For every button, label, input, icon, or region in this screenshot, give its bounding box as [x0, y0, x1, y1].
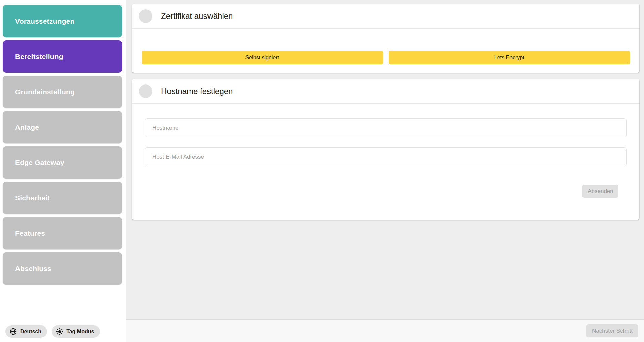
wizard-content: Zertifikat auswählen Selbst signiert Let… — [126, 0, 644, 220]
sidebar-item-label: Grundeinstellung — [15, 88, 75, 96]
lets-encrypt-button[interactable]: Lets Encrypt — [389, 51, 630, 64]
sidebar-item-label: Voraussetzungen — [15, 17, 74, 25]
sidebar-item-label: Edge Gateway — [15, 159, 64, 167]
sidebar-item-edge-gateway[interactable]: Edge Gateway — [3, 146, 122, 179]
sidebar-item-abschluss[interactable]: Abschluss — [3, 252, 122, 285]
language-button[interactable]: Deutsch — [5, 325, 47, 338]
certificate-card: Zertifikat auswählen Selbst signiert Let… — [132, 4, 639, 73]
language-button-label: Deutsch — [20, 329, 41, 335]
sidebar-item-sicherheit[interactable]: Sicherheit — [3, 182, 122, 214]
sidebar-item-label: Sicherheit — [15, 194, 50, 202]
next-step-button[interactable]: Nächster Schritt — [586, 324, 638, 337]
sidebar-item-voraussetzungen[interactable]: Voraussetzungen — [3, 5, 122, 37]
sidebar-item-anlage[interactable]: Anlage — [3, 111, 122, 143]
certificate-section-title: Zertifikat auswählen — [161, 11, 233, 21]
main-area: Zertifikat auswählen Selbst signiert Let… — [126, 0, 644, 342]
hostname-input[interactable] — [145, 118, 627, 137]
self-signed-button[interactable]: Selbst signiert — [142, 51, 383, 64]
sidebar-item-label: Features — [15, 229, 45, 237]
hostname-form — [132, 104, 639, 166]
certificate-options: Selbst signiert Lets Encrypt — [132, 29, 639, 73]
host-email-input[interactable] — [145, 147, 627, 166]
wizard-footer: Nächster Schritt — [126, 319, 644, 342]
submit-button[interactable]: Absenden — [582, 185, 618, 198]
hostname-card-header: Hostname festlegen — [132, 79, 639, 104]
sidebar-item-grundeinstellung[interactable]: Grundeinstellung — [3, 76, 122, 108]
sidebar-item-bereitstellung[interactable]: Bereitstellung — [3, 40, 122, 73]
wizard-sidebar: VoraussetzungenBereitstellungGrundeinste… — [0, 0, 125, 342]
hostname-section-title: Hostname festlegen — [161, 87, 233, 96]
sun-icon — [56, 328, 63, 335]
step-circle — [139, 9, 152, 23]
globe-icon — [9, 328, 17, 335]
hostname-card: Hostname festlegen Absenden — [132, 79, 639, 220]
sidebar-item-features[interactable]: Features — [3, 217, 122, 249]
theme-toggle-label: Tag Modus — [66, 329, 94, 335]
sidebar-steps: VoraussetzungenBereitstellungGrundeinste… — [3, 5, 122, 285]
theme-toggle-button[interactable]: Tag Modus — [52, 325, 100, 338]
sidebar-item-label: Anlage — [15, 123, 39, 131]
submit-row: Absenden — [132, 166, 639, 220]
step-circle — [139, 84, 152, 98]
certificate-card-header: Zertifikat auswählen — [132, 4, 639, 29]
sidebar-item-label: Bereitstellung — [15, 53, 63, 61]
sidebar-footer: Deutsch Tag Mo — [5, 325, 100, 338]
sidebar-item-label: Abschluss — [15, 265, 51, 273]
